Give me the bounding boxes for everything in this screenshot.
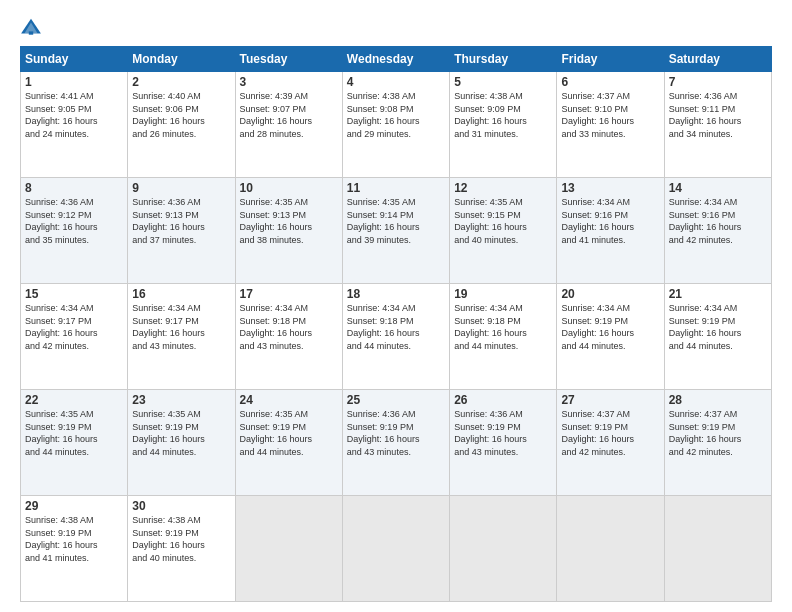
calendar-cell: 26Sunrise: 4:36 AM Sunset: 9:19 PM Dayli… bbox=[450, 390, 557, 496]
day-info: Sunrise: 4:36 AM Sunset: 9:11 PM Dayligh… bbox=[669, 90, 767, 140]
week-row-3: 15Sunrise: 4:34 AM Sunset: 9:17 PM Dayli… bbox=[21, 284, 772, 390]
day-number: 8 bbox=[25, 181, 123, 195]
calendar-cell: 25Sunrise: 4:36 AM Sunset: 9:19 PM Dayli… bbox=[342, 390, 449, 496]
week-row-4: 22Sunrise: 4:35 AM Sunset: 9:19 PM Dayli… bbox=[21, 390, 772, 496]
calendar-cell: 2Sunrise: 4:40 AM Sunset: 9:06 PM Daylig… bbox=[128, 72, 235, 178]
calendar-cell: 11Sunrise: 4:35 AM Sunset: 9:14 PM Dayli… bbox=[342, 178, 449, 284]
day-number: 1 bbox=[25, 75, 123, 89]
calendar-cell bbox=[235, 496, 342, 602]
day-number: 19 bbox=[454, 287, 552, 301]
day-header-saturday: Saturday bbox=[664, 47, 771, 72]
calendar-cell: 27Sunrise: 4:37 AM Sunset: 9:19 PM Dayli… bbox=[557, 390, 664, 496]
calendar-cell: 8Sunrise: 4:36 AM Sunset: 9:12 PM Daylig… bbox=[21, 178, 128, 284]
page: SundayMondayTuesdayWednesdayThursdayFrid… bbox=[0, 0, 792, 612]
header bbox=[20, 16, 772, 38]
day-number: 18 bbox=[347, 287, 445, 301]
svg-rect-2 bbox=[29, 31, 33, 34]
calendar-cell: 3Sunrise: 4:39 AM Sunset: 9:07 PM Daylig… bbox=[235, 72, 342, 178]
day-info: Sunrise: 4:38 AM Sunset: 9:09 PM Dayligh… bbox=[454, 90, 552, 140]
day-number: 21 bbox=[669, 287, 767, 301]
day-info: Sunrise: 4:37 AM Sunset: 9:19 PM Dayligh… bbox=[669, 408, 767, 458]
day-info: Sunrise: 4:40 AM Sunset: 9:06 PM Dayligh… bbox=[132, 90, 230, 140]
day-info: Sunrise: 4:39 AM Sunset: 9:07 PM Dayligh… bbox=[240, 90, 338, 140]
calendar-cell bbox=[342, 496, 449, 602]
logo-icon bbox=[20, 16, 42, 38]
day-number: 4 bbox=[347, 75, 445, 89]
calendar-cell: 17Sunrise: 4:34 AM Sunset: 9:18 PM Dayli… bbox=[235, 284, 342, 390]
day-number: 15 bbox=[25, 287, 123, 301]
day-number: 23 bbox=[132, 393, 230, 407]
day-info: Sunrise: 4:37 AM Sunset: 9:10 PM Dayligh… bbox=[561, 90, 659, 140]
day-number: 17 bbox=[240, 287, 338, 301]
day-number: 24 bbox=[240, 393, 338, 407]
calendar-body: 1Sunrise: 4:41 AM Sunset: 9:05 PM Daylig… bbox=[21, 72, 772, 602]
day-info: Sunrise: 4:35 AM Sunset: 9:19 PM Dayligh… bbox=[240, 408, 338, 458]
calendar-cell: 22Sunrise: 4:35 AM Sunset: 9:19 PM Dayli… bbox=[21, 390, 128, 496]
calendar-cell bbox=[557, 496, 664, 602]
calendar-cell: 6Sunrise: 4:37 AM Sunset: 9:10 PM Daylig… bbox=[557, 72, 664, 178]
calendar-cell: 20Sunrise: 4:34 AM Sunset: 9:19 PM Dayli… bbox=[557, 284, 664, 390]
calendar-cell: 9Sunrise: 4:36 AM Sunset: 9:13 PM Daylig… bbox=[128, 178, 235, 284]
day-number: 9 bbox=[132, 181, 230, 195]
day-number: 2 bbox=[132, 75, 230, 89]
day-info: Sunrise: 4:41 AM Sunset: 9:05 PM Dayligh… bbox=[25, 90, 123, 140]
calendar-cell: 28Sunrise: 4:37 AM Sunset: 9:19 PM Dayli… bbox=[664, 390, 771, 496]
day-info: Sunrise: 4:34 AM Sunset: 9:18 PM Dayligh… bbox=[454, 302, 552, 352]
calendar-cell: 29Sunrise: 4:38 AM Sunset: 9:19 PM Dayli… bbox=[21, 496, 128, 602]
day-number: 13 bbox=[561, 181, 659, 195]
calendar-cell: 21Sunrise: 4:34 AM Sunset: 9:19 PM Dayli… bbox=[664, 284, 771, 390]
day-info: Sunrise: 4:35 AM Sunset: 9:13 PM Dayligh… bbox=[240, 196, 338, 246]
day-number: 20 bbox=[561, 287, 659, 301]
day-number: 7 bbox=[669, 75, 767, 89]
day-info: Sunrise: 4:34 AM Sunset: 9:18 PM Dayligh… bbox=[347, 302, 445, 352]
day-number: 11 bbox=[347, 181, 445, 195]
day-info: Sunrise: 4:36 AM Sunset: 9:19 PM Dayligh… bbox=[347, 408, 445, 458]
logo bbox=[20, 16, 46, 38]
day-info: Sunrise: 4:35 AM Sunset: 9:19 PM Dayligh… bbox=[25, 408, 123, 458]
day-number: 3 bbox=[240, 75, 338, 89]
day-number: 10 bbox=[240, 181, 338, 195]
day-info: Sunrise: 4:34 AM Sunset: 9:17 PM Dayligh… bbox=[132, 302, 230, 352]
day-info: Sunrise: 4:34 AM Sunset: 9:17 PM Dayligh… bbox=[25, 302, 123, 352]
day-number: 14 bbox=[669, 181, 767, 195]
day-header-monday: Monday bbox=[128, 47, 235, 72]
day-info: Sunrise: 4:37 AM Sunset: 9:19 PM Dayligh… bbox=[561, 408, 659, 458]
day-info: Sunrise: 4:36 AM Sunset: 9:13 PM Dayligh… bbox=[132, 196, 230, 246]
calendar-cell: 13Sunrise: 4:34 AM Sunset: 9:16 PM Dayli… bbox=[557, 178, 664, 284]
day-header-friday: Friday bbox=[557, 47, 664, 72]
calendar-cell: 15Sunrise: 4:34 AM Sunset: 9:17 PM Dayli… bbox=[21, 284, 128, 390]
day-info: Sunrise: 4:38 AM Sunset: 9:19 PM Dayligh… bbox=[25, 514, 123, 564]
day-info: Sunrise: 4:34 AM Sunset: 9:19 PM Dayligh… bbox=[561, 302, 659, 352]
calendar-cell: 1Sunrise: 4:41 AM Sunset: 9:05 PM Daylig… bbox=[21, 72, 128, 178]
day-info: Sunrise: 4:34 AM Sunset: 9:18 PM Dayligh… bbox=[240, 302, 338, 352]
day-number: 29 bbox=[25, 499, 123, 513]
day-info: Sunrise: 4:38 AM Sunset: 9:08 PM Dayligh… bbox=[347, 90, 445, 140]
calendar-cell: 16Sunrise: 4:34 AM Sunset: 9:17 PM Dayli… bbox=[128, 284, 235, 390]
day-number: 6 bbox=[561, 75, 659, 89]
day-info: Sunrise: 4:35 AM Sunset: 9:19 PM Dayligh… bbox=[132, 408, 230, 458]
calendar-cell: 24Sunrise: 4:35 AM Sunset: 9:19 PM Dayli… bbox=[235, 390, 342, 496]
calendar-header: SundayMondayTuesdayWednesdayThursdayFrid… bbox=[21, 47, 772, 72]
day-info: Sunrise: 4:36 AM Sunset: 9:12 PM Dayligh… bbox=[25, 196, 123, 246]
calendar-cell: 30Sunrise: 4:38 AM Sunset: 9:19 PM Dayli… bbox=[128, 496, 235, 602]
calendar-cell: 4Sunrise: 4:38 AM Sunset: 9:08 PM Daylig… bbox=[342, 72, 449, 178]
calendar-cell: 18Sunrise: 4:34 AM Sunset: 9:18 PM Dayli… bbox=[342, 284, 449, 390]
day-number: 28 bbox=[669, 393, 767, 407]
calendar-cell: 12Sunrise: 4:35 AM Sunset: 9:15 PM Dayli… bbox=[450, 178, 557, 284]
day-info: Sunrise: 4:35 AM Sunset: 9:15 PM Dayligh… bbox=[454, 196, 552, 246]
calendar-cell: 23Sunrise: 4:35 AM Sunset: 9:19 PM Dayli… bbox=[128, 390, 235, 496]
calendar-cell: 10Sunrise: 4:35 AM Sunset: 9:13 PM Dayli… bbox=[235, 178, 342, 284]
calendar-cell bbox=[664, 496, 771, 602]
week-row-2: 8Sunrise: 4:36 AM Sunset: 9:12 PM Daylig… bbox=[21, 178, 772, 284]
day-info: Sunrise: 4:38 AM Sunset: 9:19 PM Dayligh… bbox=[132, 514, 230, 564]
calendar-cell: 7Sunrise: 4:36 AM Sunset: 9:11 PM Daylig… bbox=[664, 72, 771, 178]
day-info: Sunrise: 4:34 AM Sunset: 9:16 PM Dayligh… bbox=[669, 196, 767, 246]
day-number: 22 bbox=[25, 393, 123, 407]
day-info: Sunrise: 4:34 AM Sunset: 9:19 PM Dayligh… bbox=[669, 302, 767, 352]
day-header-thursday: Thursday bbox=[450, 47, 557, 72]
day-info: Sunrise: 4:36 AM Sunset: 9:19 PM Dayligh… bbox=[454, 408, 552, 458]
day-header-tuesday: Tuesday bbox=[235, 47, 342, 72]
calendar-cell bbox=[450, 496, 557, 602]
day-number: 5 bbox=[454, 75, 552, 89]
day-number: 26 bbox=[454, 393, 552, 407]
